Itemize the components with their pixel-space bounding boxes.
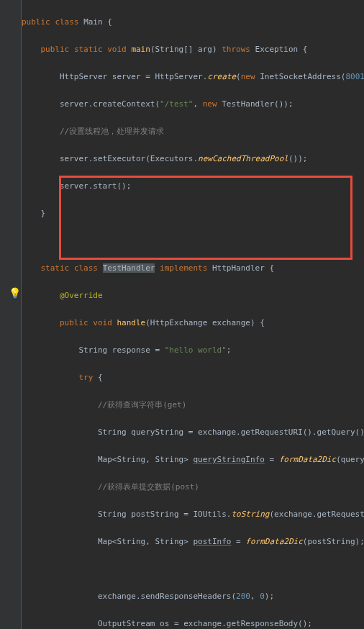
gutter: [0, 0, 22, 629]
lightbulb-icon[interactable]: 💡: [9, 286, 21, 300]
code-editor[interactable]: public class Main { public static void m…: [0, 0, 364, 629]
